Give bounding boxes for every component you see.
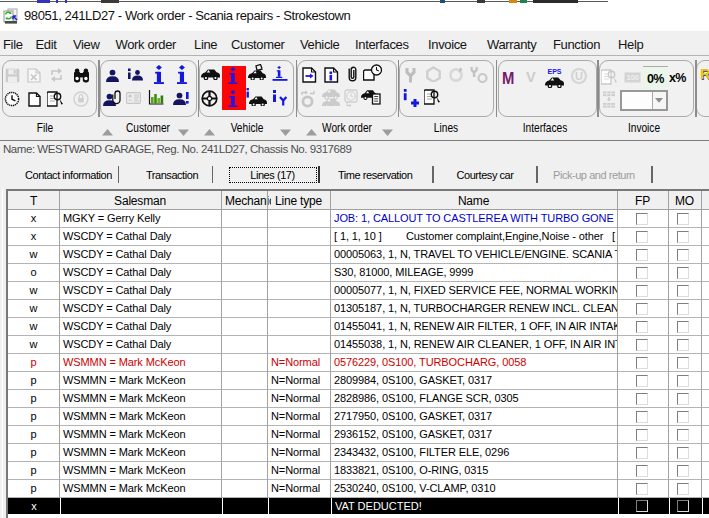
svg-text:x%: x% — [669, 71, 686, 85]
svg-text:100: 100 — [627, 73, 640, 82]
svg-text:0%: 0% — [647, 72, 664, 85]
svg-text:U: U — [575, 70, 583, 82]
svg-text:EPS: EPS — [548, 68, 562, 75]
svg-text:M: M — [502, 69, 514, 86]
svg-text:R: R — [700, 66, 709, 82]
svg-text:V: V — [526, 69, 536, 85]
